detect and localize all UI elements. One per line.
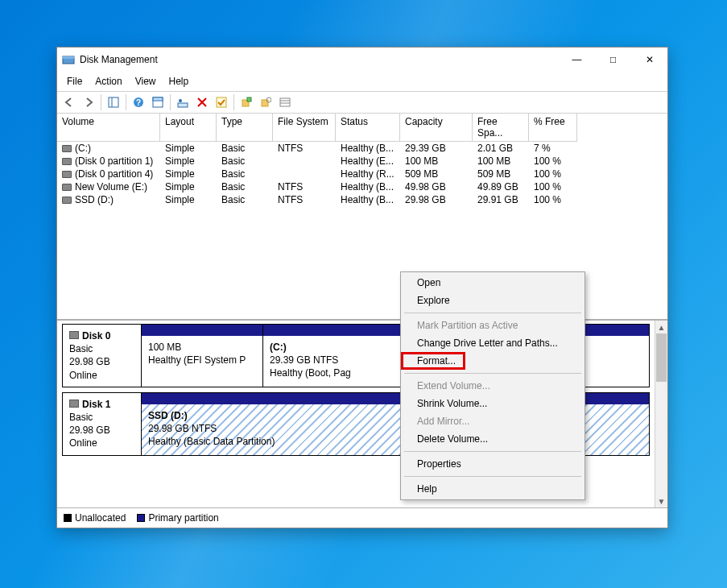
ctx-separator (404, 476, 581, 477)
disk-management-window: Disk Management — □ ✕ File Action View H… (56, 47, 668, 528)
col-status[interactable]: Status (336, 114, 400, 142)
help-button[interactable]: ? (130, 93, 147, 111)
ctx-explore[interactable]: Explore (403, 292, 583, 309)
ctx-format[interactable]: Format... (403, 352, 583, 370)
toolbar-separator (233, 94, 234, 110)
ctx-extend: Extend Volume... (403, 377, 583, 395)
col-type[interactable]: Type (217, 114, 273, 142)
svg-rect-10 (217, 97, 226, 107)
refresh-button[interactable] (149, 93, 167, 111)
svg-rect-12 (247, 97, 251, 101)
disk-icon (69, 331, 79, 339)
toolbar: ? (57, 91, 667, 114)
action2-button[interactable] (257, 93, 275, 111)
drive-icon (62, 145, 72, 152)
disk-meta[interactable]: Disk 1Basic29.98 GBOnline (63, 393, 142, 455)
disk-meta[interactable]: Disk 0Basic29.98 GBOnline (63, 325, 142, 387)
ctx-add-mirror: Add Mirror... (403, 412, 583, 430)
menu-action[interactable]: Action (89, 73, 128, 89)
check-button[interactable] (213, 93, 230, 111)
drive-icon (62, 171, 72, 178)
col-filesystem[interactable]: File System (273, 114, 336, 142)
menubar: File Action View Help (57, 72, 667, 91)
forward-button[interactable] (80, 93, 97, 111)
svg-rect-15 (280, 98, 290, 106)
list-button[interactable] (276, 93, 294, 111)
legend-unallocated: Unallocated (64, 512, 126, 524)
ctx-separator (404, 313, 581, 313)
maximize-button[interactable]: □ (595, 48, 631, 72)
action1-button[interactable] (238, 93, 255, 111)
ctx-mark-active: Mark Partition as Active (403, 317, 583, 334)
ctx-properties[interactable]: Properties (403, 455, 583, 473)
ctx-separator (404, 451, 581, 452)
minimize-button[interactable]: — (559, 48, 595, 72)
toolbar-separator (101, 94, 101, 110)
svg-rect-8 (178, 103, 188, 107)
volume-list-header: Volume Layout Type File System Status Ca… (57, 114, 667, 142)
legend: Unallocated Primary partition (57, 507, 667, 528)
col-layout[interactable]: Layout (160, 114, 217, 142)
back-button[interactable] (60, 93, 78, 111)
ctx-open[interactable]: Open (403, 274, 583, 292)
app-icon (62, 53, 75, 66)
context-menu: Open Explore Mark Partition as Active Ch… (400, 271, 585, 500)
window-title: Disk Management (80, 54, 158, 65)
toolbar-separator (126, 94, 126, 110)
volume-row[interactable]: SSD (D:)SimpleBasicNTFSHealthy (B...29.9… (57, 193, 667, 206)
scroll-up-button[interactable]: ▲ (655, 321, 667, 333)
svg-rect-2 (109, 97, 118, 107)
scroll-down-button[interactable]: ▼ (655, 495, 667, 507)
col-pctfree[interactable]: % Free (529, 114, 577, 142)
partition[interactable]: 100 MBHealthy (EFI System P (142, 325, 262, 387)
menu-view[interactable]: View (129, 73, 163, 89)
drive-icon (62, 158, 72, 165)
toolbar-separator (170, 94, 171, 110)
scrollbar-thumb[interactable] (656, 333, 667, 382)
panel-toggle-button[interactable] (105, 93, 122, 111)
menu-help[interactable]: Help (163, 73, 196, 89)
titlebar[interactable]: Disk Management — □ ✕ (57, 48, 667, 72)
ctx-separator (404, 373, 581, 374)
legend-primary: Primary partition (137, 512, 218, 524)
svg-text:?: ? (136, 98, 141, 107)
svg-rect-1 (63, 56, 74, 59)
volume-row[interactable]: New Volume (E:)SimpleBasicNTFSHealthy (B… (57, 180, 667, 193)
ctx-delete[interactable]: Delete Volume... (403, 430, 583, 448)
drive-icon (62, 184, 72, 191)
ctx-drive-letter[interactable]: Change Drive Letter and Paths... (403, 334, 583, 352)
vertical-scrollbar[interactable]: ▲ ▼ (655, 321, 667, 507)
settings-button[interactable] (174, 93, 192, 111)
partition-bar (142, 325, 262, 336)
delete-button[interactable] (193, 93, 211, 111)
col-capacity[interactable]: Capacity (400, 114, 473, 142)
volume-row[interactable]: (C:)SimpleBasicNTFSHealthy (B...29.39 GB… (57, 142, 667, 155)
svg-point-9 (179, 99, 182, 102)
menu-file[interactable]: File (60, 73, 89, 89)
close-button[interactable]: ✕ (631, 48, 667, 72)
ctx-shrink[interactable]: Shrink Volume... (403, 395, 583, 412)
disk-icon (69, 400, 79, 408)
drive-icon (62, 197, 72, 204)
volume-row[interactable]: (Disk 0 partition 1)SimpleBasicHealthy (… (57, 155, 667, 168)
volume-row[interactable]: (Disk 0 partition 4)SimpleBasicHealthy (… (57, 168, 667, 180)
svg-rect-7 (153, 97, 163, 101)
col-freespace[interactable]: Free Spa... (473, 114, 529, 142)
col-volume[interactable]: Volume (57, 114, 160, 142)
ctx-help[interactable]: Help (403, 480, 583, 498)
